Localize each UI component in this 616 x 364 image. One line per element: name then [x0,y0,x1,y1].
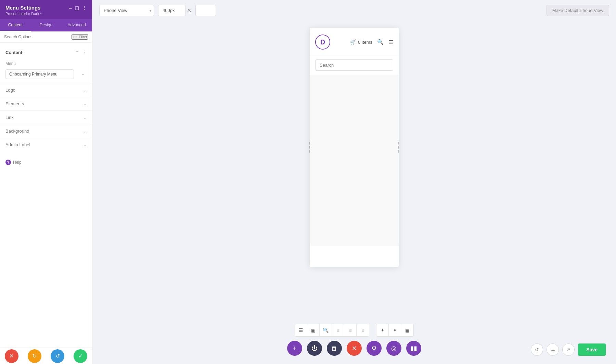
handle-dot [398,142,399,145]
history-icon[interactable]: ↺ [531,343,543,356]
menu-label: Menu [5,61,16,66]
px-input-wrap: 400px ✕ [158,5,191,16]
phone-preview-wrapper: D 🛒 0 items 🔍 ☰ [310,28,399,267]
float-search-icon[interactable]: 🔍 [320,324,332,336]
handle-dot [398,150,399,153]
tab-advanced[interactable]: Advanced [61,19,92,31]
sidebar-bottom-actions: ✕ ↻ ↺ ✓ [0,348,92,364]
hamburger-icon[interactable]: ☰ [388,39,393,45]
float-phone-icon[interactable]: ◽ [357,324,369,336]
close-icon: ✕ [352,345,357,352]
phone-preview: D 🛒 0 items 🔍 ☰ [310,28,399,267]
bottom-floating-toolbar: ☰ ▣ 🔍 ◽ ◽ ◽ ✦ ✦ ▣ [295,324,414,337]
search-icon[interactable]: 🔍 [377,39,384,45]
content-section-title: Content [5,50,22,55]
content-more-icon[interactable]: ⋮ [82,50,87,55]
collapsible-elements[interactable]: Elements ⌄ [0,97,92,110]
pause-icon: ▮▮ [410,345,417,352]
search-input[interactable] [4,35,59,39]
tab-content[interactable]: Content [0,19,31,31]
sidebar-search-row: + + Filter [0,31,92,43]
collapsible-background-label: Background [5,129,29,134]
power-button[interactable]: ⏻ [307,341,322,356]
content-section-actions: ⌃ ⋮ [75,50,87,55]
content-collapse-icon[interactable]: ⌃ [75,50,79,55]
trash-icon: 🗑 [331,345,337,352]
tab-design[interactable]: Design [31,19,62,31]
gear-icon: ⚙ [371,345,377,352]
make-default-button[interactable]: Make Default Phone View [547,5,609,16]
cancel-icon: ✕ [9,353,14,359]
help-label[interactable]: Help [13,160,22,165]
collapsible-logo[interactable]: Logo ⌄ [0,83,92,97]
menu-select-arrow-icon: ▾ [82,72,84,76]
undo-button[interactable]: ↻ [28,349,41,363]
collapsible-logo-chevron-icon: ⌄ [83,88,87,93]
save-button[interactable]: Save [578,343,606,356]
float-menu-icon[interactable]: ☰ [295,324,307,336]
close-button[interactable]: ✕ [347,341,362,356]
cloud-icon[interactable]: ☁ [547,343,559,356]
filter-label: + Filter [76,35,87,39]
more-icon[interactable]: ⋮ [82,5,87,11]
collapsible-link-chevron-icon: ⌄ [83,115,87,120]
share-icon[interactable]: ↗ [562,343,575,356]
bottom-actions: + ⏻ 🗑 ✕ ⚙ ◎ ▮▮ [287,341,421,356]
cancel-button[interactable]: ✕ [5,349,18,363]
float-grid2-icon[interactable]: ▣ [401,324,413,336]
sidebar-title-row: Menu Settings ‒ ▢ ⋮ [5,5,87,11]
settings-button[interactable]: ⚙ [367,341,382,356]
content-section-header: Content ⌃ ⋮ [0,47,92,58]
minimize-icon[interactable]: ‒ [69,5,72,11]
clear-px-icon: ✕ [187,8,191,13]
help-icon[interactable]: ? [5,160,11,165]
delete-button[interactable]: 🗑 [327,341,342,356]
float-desktop-icon[interactable]: ◽ [332,324,344,336]
float-crosshair-icon[interactable]: ✦ [389,324,401,336]
main-area: Phone View ▾ 400px ✕ Make Default Phone … [92,0,616,364]
collapsible-admin-label[interactable]: Admin Label ⌄ [0,138,92,151]
collapsible-background[interactable]: Background ⌄ [0,124,92,138]
target-button[interactable]: ◎ [386,341,401,356]
menu-select[interactable]: Onboarding Primary Menu [5,69,74,79]
power-icon: ⏻ [311,345,318,352]
undo-icon: ↻ [32,353,37,359]
view-select[interactable]: Phone View [99,5,154,16]
sidebar-title-icons: ‒ ▢ ⋮ [69,5,87,11]
collapsible-admin-label-chevron-icon: ⌄ [83,143,87,147]
float-group-right: ✦ ✦ ▣ [376,324,414,337]
top-toolbar: Phone View ▾ 400px ✕ Make Default Phone … [92,0,616,21]
help-row: ? Help [0,154,92,171]
phone-search [310,55,399,75]
collapsible-elements-chevron-icon: ⌄ [83,102,87,106]
sidebar: Menu Settings ‒ ▢ ⋮ Preset: Interior Dar… [0,0,92,364]
sidebar-header: Menu Settings ‒ ▢ ⋮ Preset: Interior Dar… [0,0,92,19]
phone-search-input[interactable] [315,59,393,71]
filter-button[interactable]: + + Filter [72,34,88,40]
clear-px-button[interactable]: ✕ [187,7,191,14]
sidebar-title-text: Menu Settings [5,5,41,11]
collapsible-logo-label: Logo [5,87,15,93]
collapsible-elements-label: Elements [5,101,24,106]
preview-area: D 🛒 0 items 🔍 ☰ [92,21,616,364]
collapsible-link-label: Link [5,115,14,120]
add-button[interactable]: + [287,341,302,356]
add-icon: + [293,345,297,352]
extra-input[interactable] [195,5,216,16]
expand-icon[interactable]: ▢ [75,5,79,11]
px-input[interactable]: 400px [158,5,185,16]
float-grid-icon[interactable]: ▣ [307,324,320,336]
sidebar-content: Content ⌃ ⋮ Menu Onboarding Primary Menu… [0,43,92,348]
collapsible-background-chevron-icon: ⌄ [83,129,87,134]
collapsible-link[interactable]: Link ⌄ [0,110,92,124]
resize-handle-right[interactable] [397,140,400,154]
handle-dot [398,146,399,149]
phone-header: D 🛒 0 items 🔍 ☰ [310,28,399,55]
float-tablet-icon[interactable]: ◽ [344,324,357,336]
cart-info: 🛒 0 items [350,39,372,45]
pause-button[interactable]: ▮▮ [406,341,421,356]
confirm-button[interactable]: ✓ [74,349,87,363]
float-pointer-icon[interactable]: ✦ [376,324,389,336]
redo-button[interactable]: ↺ [51,349,64,363]
menu-row: Menu [0,58,92,69]
